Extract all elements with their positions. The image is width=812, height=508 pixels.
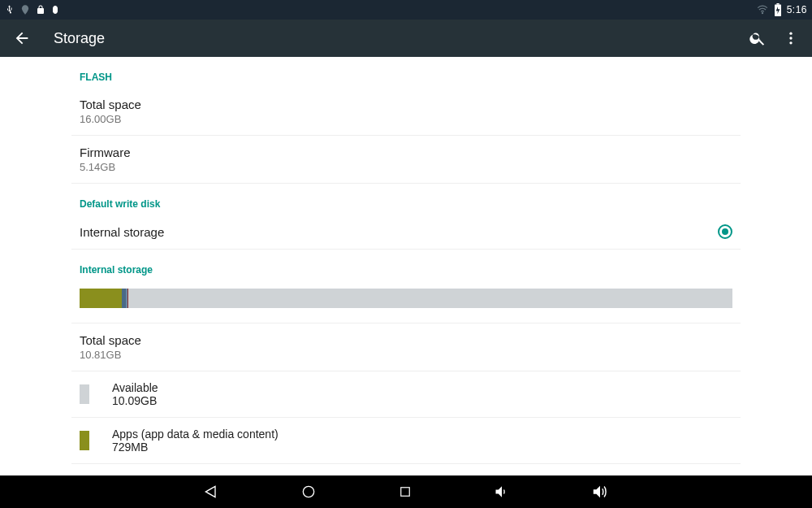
default-disk-option-label: Internal storage <box>80 225 164 239</box>
radio-selected-icon <box>718 224 732 239</box>
flash-total-value: 16.00GB <box>80 113 732 125</box>
nav-volume-up-button[interactable] <box>591 483 609 501</box>
overflow-menu-button[interactable] <box>783 29 799 47</box>
status-bar: 5:16 <box>0 0 812 20</box>
location-icon <box>19 4 31 15</box>
color-swatch <box>80 384 89 404</box>
storage-item[interactable]: Apps (app data & media content)729MB <box>0 418 812 463</box>
flash-total-item: Total space 16.00GB <box>0 88 812 135</box>
back-button[interactable] <box>13 29 31 47</box>
firmware-value: 5.14GB <box>80 161 732 173</box>
wifi-icon <box>756 4 769 15</box>
svg-point-4 <box>789 37 792 39</box>
flash-total-label: Total space <box>80 98 732 111</box>
storage-item[interactable]: Available10.09GB <box>0 371 812 417</box>
usage-bar <box>80 289 732 308</box>
svg-point-5 <box>789 41 792 44</box>
internal-total-item: Total space 10.81GB <box>0 323 812 371</box>
svg-rect-2 <box>776 3 779 5</box>
storage-item-label: Apps (app data & media content) <box>112 428 279 441</box>
section-header-flash: FLASH <box>0 57 812 88</box>
status-clock: 5:16 <box>787 4 807 15</box>
storage-item-value: 10.09GB <box>112 394 158 407</box>
status-right: 5:16 <box>756 3 807 16</box>
svg-rect-7 <box>401 488 410 497</box>
firmware-label: Firmware <box>80 145 732 159</box>
nav-back-button[interactable] <box>203 484 219 500</box>
lock-icon <box>36 4 45 15</box>
color-swatch <box>80 431 89 450</box>
usb-icon <box>5 4 15 15</box>
storage-item[interactable]: Pictures, videos5.49MB <box>0 464 812 475</box>
nav-volume-down-button[interactable] <box>494 484 510 500</box>
nav-home-button[interactable] <box>300 484 317 500</box>
internal-total-label: Total space <box>80 333 732 347</box>
storage-item-value: 729MB <box>112 441 279 454</box>
page-title: Storage <box>54 30 726 47</box>
section-header-internal: Internal storage <box>0 250 812 280</box>
storage-item-text: Available10.09GB <box>112 381 158 407</box>
content-scroll[interactable]: FLASH Total space 16.00GB Firmware 5.14G… <box>0 57 812 475</box>
android-debug-icon <box>50 4 60 15</box>
storage-item-text: Apps (app data & media content)729MB <box>112 428 279 454</box>
default-disk-option[interactable]: Internal storage <box>0 215 812 249</box>
firmware-item: Firmware 5.14GB <box>0 136 812 183</box>
battery-charging-icon <box>774 3 782 16</box>
status-left <box>5 4 60 15</box>
svg-point-3 <box>789 33 792 35</box>
search-button[interactable] <box>749 29 767 47</box>
navigation-bar <box>0 475 812 508</box>
svg-point-0 <box>762 13 762 14</box>
internal-total-value: 10.81GB <box>80 349 732 361</box>
section-header-default-disk: Default write disk <box>0 184 812 215</box>
app-bar: Storage <box>0 20 812 57</box>
storage-usage-bar <box>0 280 812 323</box>
app-bar-actions <box>749 29 799 47</box>
nav-recents-button[interactable] <box>398 484 412 499</box>
storage-item-label: Available <box>112 381 158 394</box>
usage-segment <box>80 289 122 308</box>
usage-segment <box>128 289 732 308</box>
svg-point-6 <box>303 486 313 497</box>
